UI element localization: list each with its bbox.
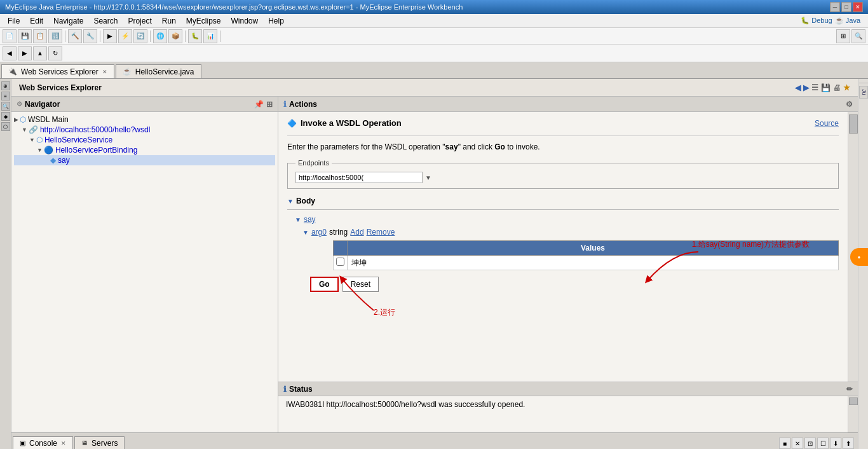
value-input[interactable] — [349, 257, 837, 268]
new-button[interactable]: 📄 — [3, 29, 17, 43]
arg0-type: string — [329, 228, 348, 237]
add-link[interactable]: Add — [350, 228, 363, 237]
status-header: ℹ Status ✏ — [278, 382, 858, 396]
menu-navigate[interactable]: Navigate — [48, 15, 88, 27]
bottom-btn-4[interactable]: ☐ — [817, 438, 829, 449]
endpoint-input[interactable] — [295, 172, 423, 183]
sidebar-btn-3[interactable]: 🔍 — [1, 102, 10, 111]
close-button[interactable]: ✕ — [853, 2, 863, 12]
bottom-btn-5[interactable]: ⬇ — [830, 438, 841, 449]
say-link[interactable]: say — [304, 215, 316, 224]
tab-hello-service[interactable]: ☕ HelloService.java — [116, 64, 201, 78]
nav-save-icon[interactable]: 💾 — [821, 83, 831, 92]
title-bar: MyEclipse Java Enterprise - http://127.0… — [0, 0, 868, 14]
status-content: IWAB0381I http://localhost:50000/hello?w… — [278, 396, 848, 432]
bottom-btn-6[interactable]: ⬆ — [843, 438, 854, 449]
save-button[interactable]: 💾 — [18, 29, 32, 43]
sidebar-btn-2[interactable]: ≡ — [1, 92, 10, 100]
profile-btn[interactable]: 📊 — [203, 29, 217, 43]
run3-button[interactable]: 🔄 — [133, 29, 147, 43]
tab-web-services-explorer[interactable]: 🔌 Web Services Explorer ✕ — [1, 64, 114, 78]
java-label[interactable]: ☕ Java — [835, 17, 860, 25]
value-checkbox[interactable] — [336, 258, 344, 266]
deploy-button[interactable]: 📦 — [168, 29, 182, 43]
toolbar-2: ◀ ▶ ▲ ↻ — [0, 45, 868, 62]
menu-edit[interactable]: Edit — [25, 15, 48, 27]
arg0-link[interactable]: arg0 — [311, 228, 327, 237]
orange-circle[interactable]: ● — [850, 248, 868, 266]
run-button[interactable]: ▶ — [103, 29, 117, 43]
navigator-expand-icon[interactable]: ⊞ — [266, 100, 273, 109]
save-all-button[interactable]: 📋 — [33, 29, 47, 43]
bottom-btn-1[interactable]: ■ — [779, 438, 790, 449]
say-collapse-icon[interactable]: ▼ — [295, 216, 301, 223]
minimize-button[interactable]: ─ — [830, 2, 840, 12]
status-scroll-thumb[interactable] — [849, 397, 858, 405]
view-btn[interactable]: 🔍 — [851, 29, 865, 43]
tab-wse-close[interactable]: ✕ — [102, 69, 107, 75]
menu-myeclipse[interactable]: MyEclipse — [181, 15, 226, 27]
refresh-button[interactable]: ↻ — [48, 46, 62, 60]
right-sidebar-item-ju[interactable]: Ju — [859, 86, 868, 99]
bottom-btn-2[interactable]: ✕ — [792, 438, 803, 449]
menu-window[interactable]: Window — [226, 15, 264, 27]
actions-title: Actions — [289, 100, 317, 109]
menu-help[interactable]: Help — [263, 15, 289, 27]
status-icon: ℹ — [283, 385, 287, 394]
maximize-button[interactable]: □ — [841, 2, 851, 12]
up-button[interactable]: ▲ — [33, 46, 47, 60]
actions-scrollbar[interactable] — [848, 112, 858, 382]
endpoints-fieldset: Endpoints ▼ — [287, 159, 839, 189]
debug-btn[interactable]: 🐛 — [188, 29, 202, 43]
body-section: ▼ Body ▼ say — [287, 197, 839, 292]
go-button[interactable]: Go — [310, 277, 339, 292]
tab-servers[interactable]: 🖥 Servers — [74, 436, 125, 449]
navigator-title: Navigator — [25, 100, 60, 109]
arg0-collapse-icon[interactable]: ▼ — [302, 229, 309, 236]
endpoints-legend: Endpoints — [295, 159, 332, 167]
tree-item-wsdl-main[interactable]: ▶ ⬡ WSDL Main — [14, 114, 275, 125]
nav-print-icon[interactable]: 🖨 — [833, 83, 841, 92]
run2-button[interactable]: ⚡ — [118, 29, 132, 43]
menu-project[interactable]: Project — [123, 15, 156, 27]
navigator-pin-icon[interactable]: 📌 — [254, 100, 264, 109]
build2-button[interactable]: 🔧 — [83, 29, 97, 43]
source-link[interactable]: Source — [815, 119, 839, 128]
sidebar-btn-4[interactable]: ◆ — [1, 112, 10, 121]
status-edit-icon[interactable]: ✏ — [846, 385, 853, 394]
globe-button[interactable]: 🌐 — [153, 29, 167, 43]
sidebar-btn-5[interactable]: ⬡ — [1, 122, 10, 131]
console-icon: ▣ — [20, 439, 25, 446]
service-icon: ⬡ — [36, 135, 43, 144]
history-button[interactable]: 🔢 — [48, 29, 62, 43]
reset-button[interactable]: Reset — [342, 277, 379, 292]
tab-console[interactable]: ▣ Console ✕ — [13, 436, 73, 449]
scrollbar-thumb[interactable] — [849, 114, 858, 134]
menu-file[interactable]: File — [3, 15, 25, 27]
bottom-btn-3[interactable]: ⊡ — [804, 438, 816, 449]
nav-list-icon[interactable]: ☰ — [811, 83, 818, 92]
sidebar-btn-1[interactable]: ⊕ — [1, 81, 10, 90]
tree-item-say[interactable]: ▶ ◆ say — [14, 155, 275, 165]
status-scrollbar[interactable] — [848, 396, 858, 432]
forward-button[interactable]: ▶ — [18, 46, 32, 60]
tree-item-localhost[interactable]: ▼ 🔗 http://localhost:50000/hello?wsdl — [14, 125, 275, 135]
remove-link[interactable]: Remove — [367, 228, 395, 237]
invoke-title: Invoke a WSDL Operation — [301, 118, 402, 128]
menu-run[interactable]: Run — [157, 15, 181, 27]
nav-forward-icon[interactable]: ▶ — [803, 83, 809, 92]
back-button[interactable]: ◀ — [3, 46, 17, 60]
build-button[interactable]: 🔨 — [68, 29, 82, 43]
body-collapse-icon[interactable]: ▼ — [287, 198, 294, 205]
link-icon: 🔗 — [29, 125, 38, 134]
tree-item-hello-service[interactable]: ▼ ⬡ HelloServiceService — [14, 135, 275, 145]
tab-console-close[interactable]: ✕ — [61, 440, 66, 446]
actions-settings-icon[interactable]: ⚙ — [846, 100, 853, 109]
perspective-btn[interactable]: ⊞ — [836, 29, 850, 43]
endpoint-dropdown-icon[interactable]: ▼ — [425, 174, 431, 181]
nav-back-icon[interactable]: ◀ — [795, 83, 801, 92]
tree-item-port-binding[interactable]: ▼ 🔵 HelloServicePortBinding — [14, 145, 275, 155]
debug-label[interactable]: 🐛 Debug — [801, 17, 832, 25]
menu-search[interactable]: Search — [88, 15, 123, 27]
nav-star-icon[interactable]: ★ — [843, 83, 850, 92]
